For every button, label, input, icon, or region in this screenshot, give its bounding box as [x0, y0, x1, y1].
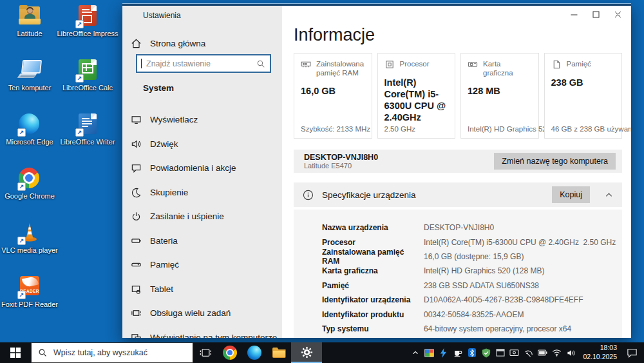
window-icon: [496, 349, 505, 357]
shortcut-arrow-icon: ↗: [17, 182, 26, 191]
sidebar-item-tablet[interactable]: Tablet: [122, 277, 282, 302]
card-label: Pamięć: [567, 59, 591, 68]
clock-time: 18:03: [600, 344, 617, 353]
sidebar-item-label: Tablet: [150, 284, 173, 294]
power-icon: [131, 211, 142, 222]
settings-search-box: [136, 54, 271, 73]
task-view-button[interactable]: [193, 342, 218, 363]
desktop-icon-google-chrome[interactable]: ↗ Google Chrome: [0, 168, 59, 200]
start-button[interactable]: [0, 342, 31, 363]
taskbar-clock[interactable]: 18:03 02.10.2025: [579, 344, 621, 361]
sidebar-item-label: Powiadomienia i akcje: [150, 163, 236, 173]
satellite-dish-icon: [524, 348, 533, 357]
tray-security-icon[interactable]: [480, 345, 492, 360]
sidebar-item-battery[interactable]: Bateria: [122, 229, 282, 253]
sidebar-item-display[interactable]: Wyświetlacz: [122, 108, 282, 132]
project-screens-icon: [131, 332, 142, 338]
spec-label: Identyfikator produktu: [322, 310, 424, 319]
clock-date: 02.10.2025: [583, 353, 617, 362]
device-specs-title: Specyfikacje urządzenia: [322, 190, 544, 200]
tray-volume-icon[interactable]: [565, 345, 577, 360]
close-button[interactable]: [607, 6, 629, 23]
tray-bluetooth-icon[interactable]: [466, 345, 478, 360]
spec-label: Typ systemu: [322, 324, 424, 333]
tray-wifi-icon[interactable]: [551, 345, 563, 360]
spec-label: Procesor: [322, 238, 424, 247]
sidebar-item-focus[interactable]: Skupienie: [122, 181, 282, 205]
taskbar-search-box[interactable]: [31, 342, 193, 363]
card-footer: 46 GB z 238 GB używane: [551, 125, 632, 133]
desktop-icon-libreoffice-impress[interactable]: ↗ LibreOffice Impress: [58, 5, 117, 37]
taskbar-settings-button[interactable]: [291, 342, 322, 363]
sidebar-item-power[interactable]: Zasilanie i uśpienie: [122, 204, 282, 229]
computer-icon: [19, 59, 41, 81]
taskbar-edge-button[interactable]: [242, 342, 267, 363]
edge-icon: [247, 346, 261, 360]
wifi-icon: [552, 349, 562, 357]
spec-value: 16,0 GB (dostępne: 15,9 GB): [424, 252, 524, 261]
disk-icon: [551, 59, 562, 70]
chevron-up-icon[interactable]: [605, 191, 613, 199]
desktop-icon-latitude[interactable]: Latitude: [0, 5, 59, 37]
tray-lightning-app-icon[interactable]: [437, 345, 450, 360]
ram-icon: [301, 59, 311, 70]
calc-icon: ↗: [77, 59, 99, 81]
spec-value: Intel(R) HD Graphics 520 (128 MB): [424, 266, 544, 275]
desktop-icon-microsoft-edge[interactable]: ↗ Microsoft Edge: [0, 113, 59, 146]
card-processor: Procesor Intel(R) Core(TM) i5-6300U CPU …: [377, 53, 456, 139]
tray-battery-icon[interactable]: [536, 345, 549, 360]
action-center-button[interactable]: [623, 345, 640, 360]
tray-satellite-icon[interactable]: [522, 345, 535, 360]
desktop-icon-this-pc[interactable]: Ten komputer: [0, 59, 59, 92]
taskbar-explorer-button[interactable]: [267, 342, 291, 363]
window-controls: [563, 6, 629, 23]
card-footer: Intel(R) HD Graphics 520: [468, 125, 551, 133]
sidebar-item-label: Pamięć: [150, 260, 179, 270]
sidebar-item-sound[interactable]: Dźwięk: [122, 132, 282, 157]
desktop-icon-label: LibreOffice Impress: [57, 30, 118, 37]
sidebar-item-label: Zasilanie i uśpienie: [150, 211, 224, 221]
drive-icon: [131, 259, 142, 270]
spec-value: 238 GB SSD ADATA SU650NS38: [424, 281, 539, 290]
spec-value: D10A062A-40D5-4267-B23B-C9848DFE4EFF: [424, 295, 583, 304]
desktop-icon-foxit[interactable]: READER ↗ Foxit PDF Reader: [0, 276, 59, 308]
minimize-button[interactable]: [563, 6, 585, 23]
sidebar-item-projecting[interactable]: Wyświetlanie na tym komputerze: [122, 326, 282, 338]
tray-show-hidden-icons-button[interactable]: [409, 345, 421, 360]
card-value: 16,0 GB: [301, 85, 365, 97]
shortcut-arrow-icon: ↗: [75, 74, 84, 83]
sidebar-item-notifications[interactable]: Powiadomienia i akcje: [122, 156, 282, 181]
home-icon: [131, 38, 142, 49]
desktop-icon-libreoffice-calc[interactable]: ↗ LibreOffice Calc: [58, 59, 117, 92]
taskbar-search-input[interactable]: [52, 348, 193, 358]
shortcut-arrow-icon: ↗: [17, 291, 26, 299]
window-title: Ustawienia: [143, 11, 181, 20]
search-icon: [256, 59, 265, 68]
maximize-button[interactable]: [585, 6, 607, 23]
search-icon: [38, 348, 47, 357]
multitask-icon: [131, 308, 142, 319]
sidebar-item-label: Skupienie: [150, 188, 188, 197]
sidebar-item-home[interactable]: Strona główna: [131, 34, 272, 52]
sidebar-item-label: Bateria: [150, 236, 178, 246]
tray-cast-icon[interactable]: [508, 345, 520, 360]
tray-window-app-icon[interactable]: [494, 345, 506, 360]
device-specs-header[interactable]: Specyfikacje urządzenia Kopiuj: [294, 182, 622, 207]
sidebar-item-storage[interactable]: Pamięć: [122, 253, 282, 277]
sidebar-item-multitasking[interactable]: Obsługa wielu zadań: [122, 301, 282, 326]
spec-row: Nazwa urządzenia DESKTOP-VNJI8H0: [322, 221, 622, 235]
settings-search-input[interactable]: [142, 59, 256, 68]
rename-pc-button[interactable]: Zmień nazwę tego komputera: [494, 153, 616, 170]
taskbar-chrome-button[interactable]: [218, 342, 242, 363]
desktop-icon-libreoffice-writer[interactable]: ↗ LibreOffice Writer: [58, 113, 117, 146]
copy-button[interactable]: Kopiuj: [552, 186, 590, 203]
tray-cup-app-icon[interactable]: [451, 345, 464, 360]
spec-value: Intel(R) Core(TM) i5-6300U CPU @ 2.40GHz…: [424, 238, 616, 247]
card-label: Karta graficzna: [483, 59, 532, 78]
folder-icon: [19, 5, 41, 27]
bluetooth-icon: [468, 348, 476, 357]
card-ram: Zainstalowana pamięć RAM 16,0 GB Szybkoś…: [294, 53, 372, 139]
tray-display-app-icon[interactable]: [423, 345, 435, 360]
taskbar: 18:03 02.10.2025: [0, 342, 644, 363]
desktop-icon-vlc[interactable]: ↗ VLC media player: [0, 222, 59, 254]
